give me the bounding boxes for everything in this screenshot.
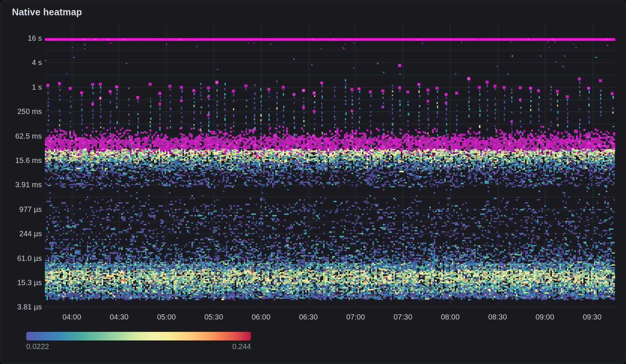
color-scale-gradient — [26, 332, 251, 340]
x-axis-tick-label: 05:00 — [142, 312, 191, 321]
y-axis-tick-label: 3.91 ms — [1, 180, 42, 189]
y-axis-tick-label: 250 ms — [1, 107, 42, 116]
color-scale-min-label: 0.0222 — [26, 342, 49, 351]
x-axis-tick-label: 07:00 — [331, 312, 380, 321]
y-axis-tick-label: 62.5 ms — [1, 132, 42, 141]
y-axis-tick-label: 1 s — [1, 83, 42, 92]
y-axis-tick-label: 61.0 µs — [1, 254, 42, 263]
y-axis-tick-label: 4 s — [1, 58, 42, 67]
panel-native-heatmap: Native heatmap 16 s4 s1 s250 ms62.5 ms15… — [0, 0, 626, 364]
color-scale-max-label: 0.244 — [176, 342, 251, 351]
x-axis-tick-label: 08:00 — [426, 312, 475, 321]
x-axis-tick-label: 09:00 — [521, 312, 569, 321]
panel-title[interactable]: Native heatmap — [12, 7, 82, 18]
x-axis-tick-label: 09:30 — [568, 312, 617, 321]
x-axis-tick-label: 04:00 — [47, 312, 96, 321]
x-axis-tick-label: 06:00 — [237, 312, 285, 321]
y-axis-tick-label: 15.6 ms — [1, 156, 42, 165]
heatmap-canvas[interactable] — [1, 1, 626, 364]
x-axis-tick-label: 07:30 — [379, 312, 427, 321]
y-axis-tick-label: 244 µs — [1, 229, 42, 238]
x-axis-tick-label: 08:30 — [473, 312, 522, 321]
y-axis-tick-label: 3.81 µs — [1, 302, 42, 311]
x-axis-tick-label: 04:30 — [95, 312, 144, 321]
y-axis-tick-label: 15.3 µs — [1, 278, 42, 287]
x-axis-tick-label: 06:30 — [284, 312, 333, 321]
y-axis-tick-label: 977 µs — [1, 205, 42, 214]
x-axis-tick-label: 05:30 — [190, 312, 238, 321]
y-axis-tick-label: 16 s — [1, 34, 42, 43]
